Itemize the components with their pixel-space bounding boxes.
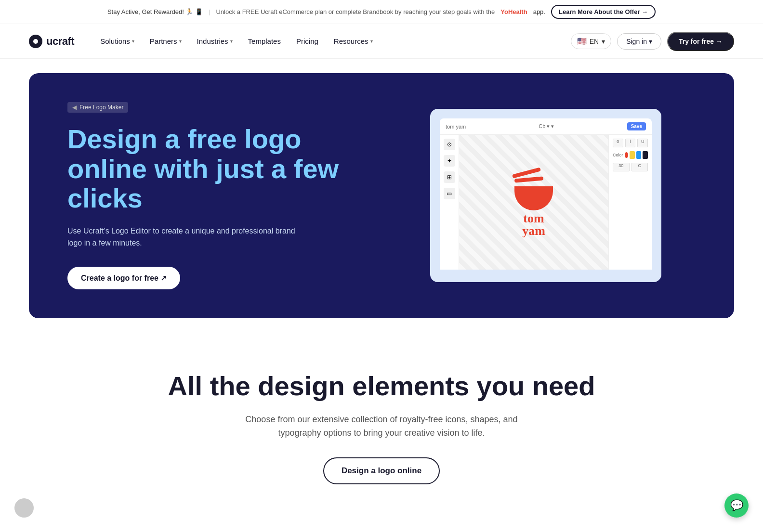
editor-mockup: tom yam Cb ▾ ▾ Save ⊙ ✦ ⊞ ▭	[430, 109, 661, 282]
back-arrow-icon: ◀	[72, 104, 77, 111]
app-text: app.	[533, 8, 545, 15]
logo-preview: tom yam	[510, 167, 558, 237]
chat-bubble[interactable]: 💬	[724, 493, 749, 518]
sign-in-button[interactable]: Sign in ▾	[617, 33, 661, 50]
unlock-text: Unlock a FREE Ucraft eCommerce plan or c…	[216, 8, 495, 15]
create-logo-button[interactable]: Create a logo for free ↗	[67, 267, 180, 289]
chopstick2-icon	[514, 177, 543, 183]
toolbar-options: Cb ▾ ▾	[539, 123, 554, 130]
hero-title: Design a free logo online with just a fe…	[67, 124, 367, 213]
logo-text-preview: tom yam	[522, 212, 545, 237]
language-selector[interactable]: 🇺🇸 EN ▾	[571, 33, 611, 49]
editor-body: ⊙ ✦ ⊞ ▭ tom yam	[440, 135, 652, 270]
logo[interactable]: ucraft	[29, 35, 74, 48]
color-row: Color	[613, 151, 648, 159]
panel-input-z[interactable]: U	[637, 139, 648, 147]
editor-canvas: tom yam	[459, 135, 608, 270]
learn-more-button[interactable]: Learn More About the Offer →	[551, 5, 656, 19]
lang-label: EN	[590, 38, 599, 45]
nav-partners[interactable]: Partners ▾	[143, 33, 188, 49]
hero-right: tom yam Cb ▾ ▾ Save ⊙ ✦ ⊞ ▭	[396, 109, 696, 282]
editor-toolbar: tom yam Cb ▾ ▾ Save	[440, 118, 652, 135]
panel-width-input[interactable]: 30	[613, 163, 630, 171]
save-button[interactable]: Save	[627, 122, 646, 130]
bowl-shape-icon	[514, 186, 553, 210]
editor-right-panel: 0 l U Color 30 C	[608, 135, 652, 270]
crop-tool-icon[interactable]: ⊞	[444, 171, 455, 183]
color-label: Color	[613, 153, 623, 157]
nav-solutions[interactable]: Solutions ▾	[93, 33, 141, 49]
nav-links: Solutions ▾ Partners ▾ Industries ▾ Temp…	[93, 33, 571, 49]
resources-chevron-icon: ▾	[370, 39, 373, 44]
breadcrumb[interactable]: ◀ Free Logo Maker	[67, 102, 128, 113]
top-banner: Stay Active, Get Rewarded! 🏃 📱 | Unlock …	[0, 0, 763, 24]
panel-size-row: 30 C	[613, 163, 648, 171]
bottom-left-avatar	[14, 498, 34, 518]
color-dot-red[interactable]	[625, 152, 629, 158]
toolbar-label: tom yam	[446, 124, 466, 130]
partners-chevron-icon: ▾	[179, 39, 182, 44]
nav-actions: 🇺🇸 EN ▾ Sign in ▾ Try for free →	[571, 32, 734, 51]
panel-xyz-row: 0 l U	[613, 139, 648, 147]
logo-text: ucraft	[46, 35, 74, 48]
select-tool-icon[interactable]: ⊙	[444, 139, 455, 150]
stay-active-text: Stay Active, Get Rewarded! 🏃 📱	[107, 8, 203, 15]
logo-icon	[29, 35, 42, 48]
navbar: ucraft Solutions ▾ Partners ▾ Industries…	[0, 24, 763, 59]
section-description: Choose from our extensive collection of …	[237, 413, 526, 441]
separator: |	[209, 8, 210, 15]
shape-tool-icon[interactable]: ✦	[444, 155, 455, 167]
text-tool-icon[interactable]: ▭	[444, 188, 455, 199]
yohealth-link[interactable]: YoHealth	[500, 8, 527, 15]
bowl-graphic	[510, 167, 558, 210]
hero-left: ◀ Free Logo Maker Design a free logo onl…	[67, 102, 367, 289]
solutions-chevron-icon: ▾	[132, 39, 134, 44]
color-swatch-blue[interactable]	[636, 151, 642, 159]
design-elements-section: All the design elements you need Choose …	[0, 333, 763, 513]
section-title: All the design elements you need	[29, 371, 734, 401]
flag-icon: 🇺🇸	[577, 37, 587, 46]
color-swatch-yellow[interactable]	[630, 151, 635, 159]
color-swatch-dark[interactable]	[643, 151, 648, 159]
breadcrumb-label: Free Logo Maker	[79, 104, 123, 111]
nav-pricing[interactable]: Pricing	[289, 33, 325, 49]
hero-section: ◀ Free Logo Maker Design a free logo onl…	[29, 73, 734, 318]
chat-icon: 💬	[730, 499, 743, 512]
try-free-button[interactable]: Try for free →	[667, 32, 734, 51]
nav-templates[interactable]: Templates	[241, 33, 288, 49]
panel-height-input[interactable]: C	[631, 163, 648, 171]
industries-chevron-icon: ▾	[230, 39, 233, 44]
panel-input-x[interactable]: 0	[613, 139, 623, 147]
hero-description: Use Ucraft's Logo Editor to create a uni…	[67, 225, 299, 249]
editor-sidebar-tools: ⊙ ✦ ⊞ ▭	[440, 135, 459, 270]
lang-chevron-icon: ▾	[602, 38, 605, 45]
design-logo-button[interactable]: Design a logo online	[323, 457, 440, 484]
nav-resources[interactable]: Resources ▾	[327, 33, 380, 49]
signin-chevron-icon: ▾	[649, 38, 652, 45]
panel-input-y[interactable]: l	[625, 139, 636, 147]
nav-industries[interactable]: Industries ▾	[190, 33, 239, 49]
